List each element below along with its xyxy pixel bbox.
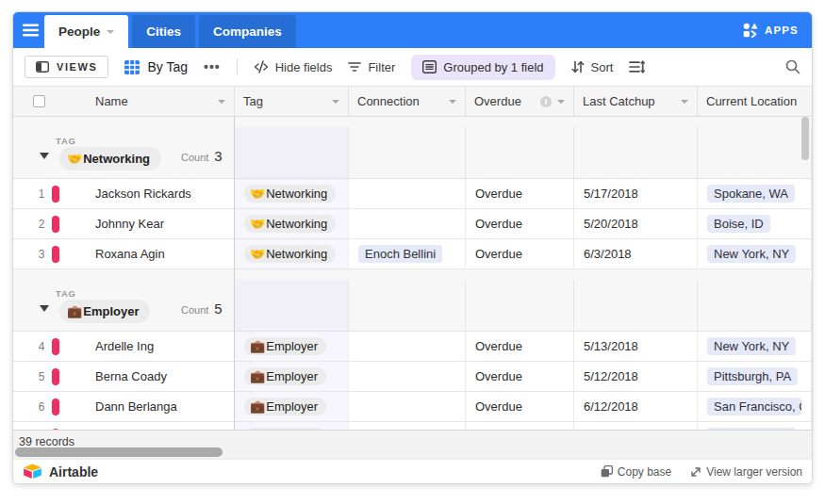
tag-cell[interactable]: 🤝Networking bbox=[235, 239, 349, 268]
last-catchup-cell[interactable]: 5/20/2018 bbox=[574, 209, 698, 238]
views-button[interactable]: VIEWS bbox=[25, 56, 108, 78]
person-name: Dann Berlanga bbox=[95, 399, 177, 414]
group-count: Count5 bbox=[181, 301, 223, 317]
location-cell[interactable]: New York, NY bbox=[698, 422, 812, 430]
name-cell[interactable]: 6 Dann Berlanga bbox=[13, 392, 235, 421]
last-catchup-cell[interactable]: 5/13/2018 bbox=[574, 332, 698, 361]
column-header-connection[interactable]: Connection bbox=[349, 87, 466, 116]
last-catchup-cell[interactable]: 7/1/2018 bbox=[574, 422, 698, 430]
table-row[interactable]: 3 Roxana Agin 🤝Networking Enoch Bellini … bbox=[13, 239, 812, 269]
hide-fields-button[interactable]: Hide fields bbox=[254, 60, 333, 74]
tag-cell[interactable]: 💼Employer bbox=[235, 422, 349, 430]
column-header-tag[interactable]: Tag bbox=[235, 87, 349, 116]
tag-cell[interactable]: 🤝Networking bbox=[235, 209, 349, 238]
connection-cell[interactable]: Enoch Bellini bbox=[349, 239, 466, 268]
hamburger-menu-icon[interactable] bbox=[23, 24, 40, 37]
filter-button[interactable]: Filter bbox=[348, 60, 395, 74]
airtable-logo-icon[interactable] bbox=[23, 463, 42, 480]
collapse-triangle-icon[interactable] bbox=[40, 153, 49, 159]
column-label: Name bbox=[95, 94, 128, 108]
overdue-cell[interactable]: Overdue bbox=[466, 422, 574, 430]
name-cell[interactable]: 3 Roxana Agin bbox=[13, 239, 235, 268]
name-cell[interactable]: 2 Johnny Kear bbox=[13, 209, 235, 238]
airtable-logo-text[interactable]: Airtable bbox=[49, 464, 98, 480]
sort-button[interactable]: Sort bbox=[571, 60, 614, 74]
row-height-icon[interactable] bbox=[629, 60, 645, 73]
column-header-last-catchup[interactable]: Last Catchup bbox=[574, 87, 698, 116]
tag-cell[interactable]: 💼Employer bbox=[235, 392, 349, 421]
overdue-cell[interactable]: Overdue bbox=[466, 179, 574, 208]
overdue-cell[interactable]: Overdue bbox=[466, 362, 574, 391]
grouped-button[interactable]: Grouped by 1 field bbox=[411, 55, 554, 80]
column-header-name[interactable]: Name bbox=[13, 87, 235, 116]
table-row[interactable]: 1 Jackson Rickards 🤝Networking Overdue 5… bbox=[13, 179, 812, 209]
tab-people[interactable]: People bbox=[44, 15, 128, 48]
view-more-icon[interactable]: ••• bbox=[204, 59, 221, 74]
tag-cell[interactable]: 💼Employer bbox=[235, 332, 349, 361]
last-catchup-cell[interactable]: 6/3/2018 bbox=[574, 239, 698, 268]
last-catchup-cell[interactable]: 5/12/2018 bbox=[574, 362, 698, 391]
connection-cell[interactable] bbox=[349, 332, 466, 361]
overdue-cell[interactable]: Overdue bbox=[466, 332, 574, 361]
last-catchup-cell[interactable]: 6/12/2018 bbox=[574, 392, 698, 421]
connection-cell[interactable] bbox=[349, 209, 466, 238]
chevron-down-icon[interactable] bbox=[449, 100, 456, 104]
info-icon[interactable] bbox=[540, 96, 552, 107]
table-row[interactable]: 6 Dann Berlanga 💼Employer Overdue 6/12/2… bbox=[13, 392, 812, 422]
vertical-scrollbar[interactable] bbox=[801, 117, 809, 160]
apps-button[interactable]: APPS bbox=[743, 12, 799, 48]
table-row[interactable]: 7 Enoch Bellini 💼Employer Overdue 7/1/20… bbox=[13, 422, 812, 430]
location-pill: Spokane, WA bbox=[707, 185, 795, 203]
name-cell[interactable]: 5 Berna Coady bbox=[13, 362, 235, 391]
location-cell[interactable]: Boise, ID bbox=[698, 209, 812, 238]
group-tag-label: Employer bbox=[83, 304, 139, 318]
overdue-cell[interactable]: Overdue bbox=[466, 239, 574, 268]
last-catchup-cell[interactable]: 5/17/2018 bbox=[574, 179, 698, 208]
table-row[interactable]: 4 Ardelle Ing 💼Employer Overdue 5/13/201… bbox=[13, 332, 812, 362]
column-header-current-location[interactable]: Current Location bbox=[698, 87, 812, 116]
row-color-indicator bbox=[52, 246, 59, 263]
connection-cell[interactable] bbox=[349, 362, 466, 391]
handshake-emoji-icon: 🤝 bbox=[67, 153, 82, 165]
table-row[interactable]: 5 Berna Coady 💼Employer Overdue 5/12/201… bbox=[13, 362, 812, 392]
column-header-overdue[interactable]: Overdue bbox=[466, 87, 574, 116]
chevron-down-icon[interactable] bbox=[557, 100, 565, 104]
search-icon[interactable] bbox=[785, 59, 800, 74]
chevron-down-icon[interactable] bbox=[107, 30, 114, 34]
overdue-cell[interactable]: Overdue bbox=[466, 392, 574, 421]
chevron-down-icon[interactable] bbox=[218, 100, 225, 104]
tag-cell[interactable]: 🤝Networking bbox=[235, 179, 349, 208]
select-all-checkbox[interactable] bbox=[33, 95, 45, 107]
connection-cell[interactable] bbox=[349, 422, 466, 430]
chevron-down-icon[interactable] bbox=[681, 100, 688, 104]
tag-emoji-icon: 💼 bbox=[250, 400, 265, 413]
connection-cell[interactable] bbox=[349, 392, 466, 421]
name-cell[interactable]: 7 Enoch Bellini bbox=[13, 422, 235, 430]
grouped-label: Grouped by 1 field bbox=[443, 60, 543, 74]
location-cell[interactable]: New York, NY bbox=[698, 332, 812, 361]
table-row[interactable]: 2 Johnny Kear 🤝Networking Overdue 5/20/2… bbox=[13, 209, 812, 239]
column-header-row: Name Tag Connection Overdue Last Catchup… bbox=[13, 86, 812, 117]
filter-label: Filter bbox=[368, 60, 395, 74]
location-cell[interactable]: Spokane, WA bbox=[698, 179, 812, 208]
location-pill: San Francisco, CA bbox=[707, 398, 801, 415]
location-cell[interactable]: Pittsburgh, PA bbox=[698, 362, 812, 391]
name-cell[interactable]: 4 Ardelle Ing bbox=[13, 332, 235, 361]
copy-base-link[interactable]: Copy base bbox=[601, 465, 671, 479]
connection-cell[interactable] bbox=[349, 179, 466, 208]
column-label: Last Catchup bbox=[583, 94, 655, 108]
current-view[interactable]: By Tag bbox=[124, 59, 188, 74]
apps-icon bbox=[743, 23, 758, 38]
overdue-cell[interactable]: Overdue bbox=[466, 209, 574, 238]
location-cell[interactable]: San Francisco, CA bbox=[698, 392, 812, 421]
tab-cities[interactable]: Cities bbox=[132, 15, 195, 48]
view-larger-link[interactable]: View larger version bbox=[690, 465, 802, 479]
group-count: Count3 bbox=[181, 148, 223, 164]
horizontal-scrollbar[interactable] bbox=[15, 447, 223, 457]
collapse-triangle-icon[interactable] bbox=[40, 305, 49, 312]
name-cell[interactable]: 1 Jackson Rickards bbox=[13, 179, 235, 208]
location-cell[interactable]: New York, NY bbox=[698, 239, 812, 268]
tag-cell[interactable]: 💼Employer bbox=[235, 362, 349, 391]
tab-companies[interactable]: Companies bbox=[199, 15, 296, 48]
chevron-down-icon[interactable] bbox=[332, 100, 339, 104]
